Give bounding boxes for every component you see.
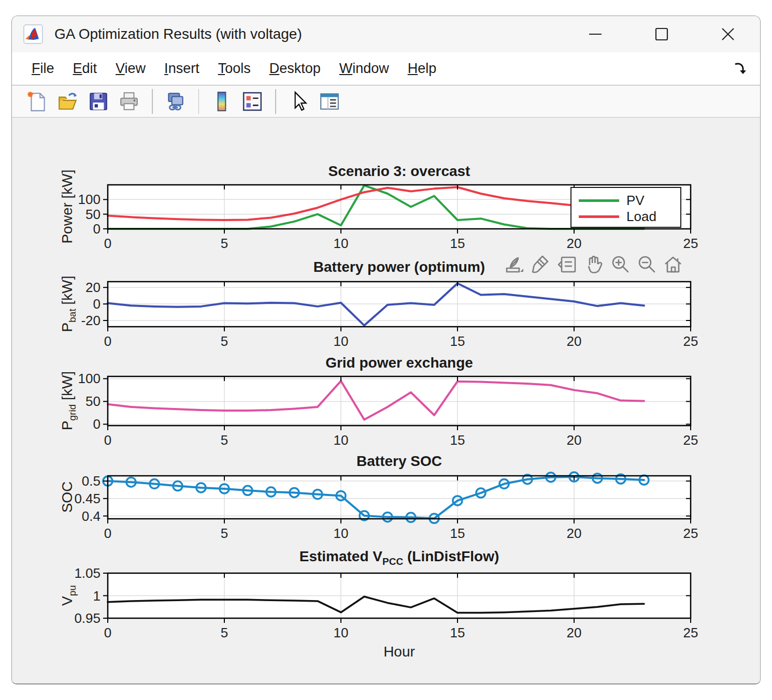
svg-text:25: 25 <box>683 333 698 349</box>
svg-text:1.05: 1.05 <box>74 565 101 581</box>
svg-text:20: 20 <box>567 236 582 251</box>
pv-line-sample <box>579 199 619 202</box>
svg-text:5: 5 <box>221 625 228 640</box>
toolbar-separator <box>198 89 199 114</box>
open-folder-icon <box>57 91 79 112</box>
minimize-icon <box>588 26 603 42</box>
svg-text:15: 15 <box>450 432 465 448</box>
svg-text:0: 0 <box>104 333 111 349</box>
svg-text:10: 10 <box>334 432 349 448</box>
dock-figure-icon[interactable] <box>731 60 749 78</box>
menu-bar: File Edit View Insert Tools Desktop Wind… <box>12 52 760 85</box>
svg-text:0.45: 0.45 <box>74 491 101 506</box>
svg-text:0: 0 <box>93 296 101 312</box>
subplot5-axes[interactable]: 05101520250.9511.05 <box>108 573 691 618</box>
subplot5-ylabel: Vpu <box>56 544 80 647</box>
subplot2-ylabel: Pbat [kW] <box>56 252 80 356</box>
svg-text:0: 0 <box>104 236 111 251</box>
insert-colorbar-button[interactable] <box>210 90 234 113</box>
svg-text:25: 25 <box>683 526 698 541</box>
subplot2-axes[interactable]: 0510152025-20020 <box>108 282 691 327</box>
subplot1-legend[interactable]: PV Load <box>570 187 681 228</box>
svg-text:10: 10 <box>334 333 349 349</box>
close-icon <box>720 26 736 42</box>
legend-entry-pv: PV <box>571 193 680 209</box>
svg-text:20: 20 <box>85 280 101 295</box>
svg-text:15: 15 <box>450 333 465 349</box>
window-title: GA Optimization Results (with voltage) <box>54 26 302 42</box>
menu-edit[interactable]: Edit <box>73 61 97 77</box>
figure-toolbar <box>12 85 760 118</box>
svg-text:0.95: 0.95 <box>74 610 101 626</box>
link-plot-icon <box>165 91 187 112</box>
matlab-figure-window: GA Optimization Results (with voltage) F… <box>11 16 761 684</box>
subplot4-title: Battery SOC <box>108 453 691 472</box>
toolbar-separator <box>152 89 153 114</box>
svg-text:5: 5 <box>221 333 228 349</box>
svg-text:0: 0 <box>104 526 111 541</box>
menu-window[interactable]: Window <box>339 61 389 77</box>
minimize-button[interactable] <box>581 23 610 46</box>
subplot3-title: Grid power exchange <box>108 355 691 374</box>
menu-desktop[interactable]: Desktop <box>269 61 321 77</box>
svg-text:5: 5 <box>221 236 228 251</box>
load-line-sample <box>579 215 619 218</box>
maximize-icon <box>654 26 669 42</box>
svg-text:25: 25 <box>683 625 698 640</box>
x-axis-label: Hour <box>108 644 691 660</box>
svg-text:0.5: 0.5 <box>82 473 101 489</box>
svg-text:50: 50 <box>85 393 101 409</box>
title-bar: GA Optimization Results (with voltage) <box>12 16 760 52</box>
toolbar-separator <box>275 89 276 114</box>
open-file-button[interactable] <box>56 90 80 113</box>
subplot2-title: Battery power (optimum) <box>108 259 691 278</box>
subplot1-title: Scenario 3: overcast <box>108 163 691 182</box>
menu-tools[interactable]: Tools <box>218 61 251 77</box>
property-inspector-button[interactable] <box>318 90 341 113</box>
svg-text:1: 1 <box>93 588 101 604</box>
menu-file[interactable]: File <box>32 61 54 77</box>
edit-plot-button[interactable] <box>287 90 311 113</box>
svg-text:25: 25 <box>683 236 698 251</box>
subplot4-axes[interactable]: 05101520250.40.450.5 <box>108 476 691 519</box>
svg-text:10: 10 <box>334 236 349 251</box>
save-icon <box>88 91 109 112</box>
colorbar-icon <box>211 91 233 112</box>
svg-text:20: 20 <box>567 333 582 349</box>
menu-view[interactable]: View <box>116 61 146 77</box>
new-figure-icon <box>26 91 48 112</box>
svg-text:10: 10 <box>334 625 349 640</box>
subplot1-ylabel: Power [kW] <box>56 155 80 258</box>
svg-text:5: 5 <box>221 432 228 448</box>
svg-text:20: 20 <box>567 432 582 448</box>
svg-text:0: 0 <box>104 432 111 448</box>
link-plot-button[interactable] <box>164 90 188 113</box>
subplot3-ylabel: Pgrid [kW] <box>56 349 80 453</box>
close-button[interactable] <box>713 23 742 46</box>
menu-help[interactable]: Help <box>408 61 437 77</box>
svg-text:100: 100 <box>78 371 101 386</box>
legend-entry-load: Load <box>571 209 680 225</box>
insert-legend-button[interactable] <box>240 90 264 113</box>
new-figure-button[interactable] <box>25 90 49 113</box>
save-figure-button[interactable] <box>87 90 110 113</box>
svg-text:0: 0 <box>93 221 101 237</box>
svg-text:15: 15 <box>450 625 465 640</box>
svg-text:100: 100 <box>78 192 101 207</box>
maximize-button[interactable] <box>647 23 676 46</box>
subplot5-title: Estimated VPCC (LinDistFlow) <box>108 548 691 567</box>
svg-text:0.4: 0.4 <box>82 508 101 524</box>
menu-insert[interactable]: Insert <box>164 61 199 77</box>
figure-canvas: Scenario 3: overcast Power [kW] 05101520… <box>12 118 760 684</box>
print-figure-button[interactable] <box>117 90 141 113</box>
svg-text:20: 20 <box>567 625 582 640</box>
property-inspector-icon <box>319 91 340 112</box>
svg-text:10: 10 <box>334 526 349 541</box>
svg-text:15: 15 <box>450 236 465 251</box>
print-icon <box>118 91 140 112</box>
svg-text:15: 15 <box>450 526 465 541</box>
legend-icon <box>241 91 263 112</box>
svg-text:-20: -20 <box>81 313 101 328</box>
matlab-logo-icon <box>23 24 43 44</box>
subplot3-axes[interactable]: 0510152025050100 <box>108 376 691 426</box>
